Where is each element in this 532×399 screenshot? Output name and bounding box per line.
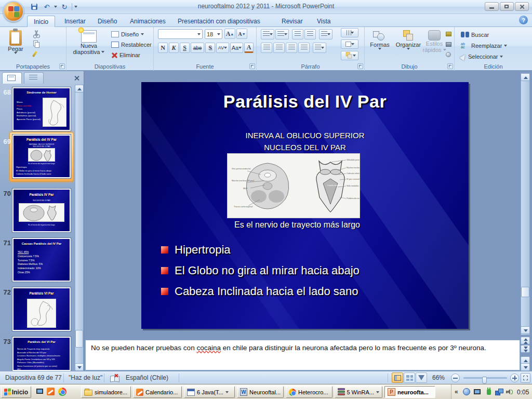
- office-button[interactable]: [3, 1, 24, 22]
- paste-button[interactable]: Pegar: [4, 28, 27, 61]
- font-name-combo[interactable]: [158, 29, 203, 39]
- slide-sorter-button[interactable]: [404, 373, 415, 383]
- spellcheck-error-icon[interactable]: [110, 375, 119, 381]
- help-icon[interactable]: ?: [519, 16, 528, 24]
- line-spacing-button[interactable]: [319, 29, 332, 39]
- tab-vista[interactable]: Vista: [311, 16, 337, 27]
- underline-button[interactable]: S: [180, 43, 190, 53]
- theme-name[interactable]: "Haz de luz": [69, 374, 102, 381]
- shape-outline-button[interactable]: [446, 39, 451, 49]
- zoom-in-button[interactable]: [510, 374, 519, 382]
- fit-to-window-button[interactable]: [521, 373, 530, 383]
- select-button[interactable]: Seleccionar: [461, 52, 503, 61]
- bold-button[interactable]: N: [158, 43, 168, 53]
- taskbar-button-chrome[interactable]: Heterocro...: [286, 386, 332, 398]
- design-button[interactable]: Diseño: [111, 30, 144, 39]
- slide-bullet-2[interactable]: El Globo no gira al mirar hacia abajo: [161, 264, 360, 277]
- undo-icon[interactable]: ↶: [42, 2, 52, 12]
- tray-network-icon[interactable]: [495, 388, 503, 396]
- font-color-button[interactable]: A: [244, 43, 254, 53]
- tray-update-icon[interactable]: [463, 388, 471, 396]
- slide-subtitle-1[interactable]: INERVA AL OBLICUO SUPERIOR: [141, 131, 469, 140]
- taskbar-button-winrar-group[interactable]: 5 WinRA...: [335, 386, 382, 398]
- tray-display-icon[interactable]: [473, 388, 481, 396]
- scroll-up-icon[interactable]: [521, 73, 530, 81]
- copy-icon[interactable]: [32, 39, 41, 48]
- slide-bullet-3[interactable]: Cabeza Inclinada hacia el lado sano: [161, 285, 358, 298]
- shapes-button[interactable]: Formas: [367, 28, 393, 61]
- taskbar-button-java-group[interactable]: 6 Java(T...: [184, 386, 235, 398]
- tab-inicio[interactable]: Inicio: [27, 16, 55, 27]
- zoom-slider-thumb[interactable]: [482, 377, 487, 384]
- scroll-down-icon[interactable]: [521, 326, 530, 334]
- panel-scrollbar[interactable]: [75, 85, 84, 371]
- tab-diseno[interactable]: Diseño: [91, 16, 123, 27]
- new-slide-button[interactable]: Nueva diapositiva: [72, 28, 106, 61]
- restore-button[interactable]: [500, 2, 514, 11]
- save-icon[interactable]: [29, 2, 39, 12]
- previous-slide-icon[interactable]: [521, 337, 530, 344]
- align-left-button[interactable]: [261, 43, 272, 53]
- align-right-button[interactable]: [286, 43, 297, 53]
- font-size-combo[interactable]: 18: [205, 29, 222, 39]
- show-desktop-icon[interactable]: [35, 388, 44, 396]
- drawing-dialog-launcher[interactable]: [447, 63, 453, 69]
- slide-bullet-1[interactable]: Hipertropia: [161, 243, 231, 257]
- change-case-button[interactable]: Aa: [230, 43, 243, 53]
- grow-font-button[interactable]: A▲: [224, 29, 235, 39]
- justify-button[interactable]: [298, 43, 310, 53]
- tab-revisar[interactable]: Revisar: [275, 16, 309, 27]
- next-slide-icon[interactable]: [521, 345, 530, 353]
- arrange-button[interactable]: Organizar: [394, 28, 423, 61]
- decrease-indent-button[interactable]: [292, 29, 303, 39]
- increase-indent-button[interactable]: [304, 29, 316, 39]
- tab-animaciones[interactable]: Animaciones: [124, 16, 172, 27]
- cut-icon[interactable]: [32, 29, 41, 37]
- shape-effects-button[interactable]: [446, 50, 451, 59]
- panel-scroll-thumb[interactable]: [75, 330, 83, 348]
- text-shadow-button[interactable]: S: [205, 43, 215, 53]
- tab-presentacion[interactable]: Presentación con diapositivas: [171, 16, 267, 27]
- taskbar-button-word[interactable]: W Neurooftal...: [237, 386, 284, 398]
- replace-button[interactable]: abac Reemplazar: [461, 41, 507, 50]
- notes-pane[interactable]: No se pueden hacer pruebas con cocaina e…: [85, 340, 520, 370]
- reset-button[interactable]: Restablecer: [111, 40, 152, 49]
- tab-insertar[interactable]: Insertar: [58, 16, 92, 27]
- language-indicator[interactable]: Español (Chile): [126, 374, 168, 381]
- editor-scrollbar[interactable]: [521, 73, 530, 371]
- slide-caption[interactable]: Es el nervio de trayecto más largo: [224, 220, 370, 230]
- clipboard-dialog-launcher[interactable]: [59, 63, 65, 69]
- slide-title[interactable]: Parálisis del IV Par: [141, 91, 469, 112]
- character-spacing-button[interactable]: AV: [216, 43, 229, 53]
- tray-power-icon[interactable]: [485, 388, 493, 396]
- taskbar-button-simuladores[interactable]: simuladore...: [81, 386, 131, 398]
- quicklaunch-app-icon[interactable]: [47, 388, 56, 396]
- bullets-button[interactable]: [261, 29, 274, 39]
- start-button[interactable]: Inicio: [1, 386, 31, 398]
- close-button[interactable]: [515, 2, 529, 11]
- chrome-quicklaunch-icon[interactable]: [58, 388, 67, 396]
- panel-scroll-up-icon[interactable]: [75, 85, 84, 92]
- tab-slides-view[interactable]: [2, 72, 22, 84]
- taskbar-button-calendario[interactable]: Calendario...: [133, 386, 182, 398]
- slideshow-button[interactable]: [416, 373, 427, 383]
- columns-button[interactable]: [313, 43, 326, 53]
- scroll-thumb[interactable]: [521, 287, 529, 297]
- minimize-button[interactable]: [485, 2, 499, 11]
- brainstem-diagram[interactable]: Gris periacueductal Núcleo troclear (IV …: [227, 153, 360, 218]
- slide-canvas[interactable]: Parálisis del IV Par INERVA AL OBLICUO S…: [141, 82, 469, 329]
- delete-button[interactable]: Eliminar: [111, 50, 140, 60]
- redo-icon[interactable]: ↻: [59, 2, 70, 12]
- tab-outline-view[interactable]: [24, 72, 44, 84]
- text-direction-button[interactable]: [341, 28, 358, 37]
- slide-subtitle-2[interactable]: NUCLEOS DEL IV PAR: [141, 143, 469, 152]
- shrink-font-button[interactable]: A▼: [236, 29, 247, 39]
- quick-styles-button[interactable]: Estilos rápidos: [423, 28, 446, 61]
- tray-chevron[interactable]: «: [455, 388, 458, 395]
- italic-button[interactable]: K: [169, 43, 179, 53]
- qat-customize-caret[interactable]: [74, 6, 77, 8]
- font-dialog-launcher[interactable]: [249, 63, 255, 69]
- undo-dropdown-caret[interactable]: [54, 6, 57, 8]
- notes-scroll-down-icon[interactable]: [521, 363, 530, 371]
- zoom-out-button[interactable]: [451, 374, 460, 382]
